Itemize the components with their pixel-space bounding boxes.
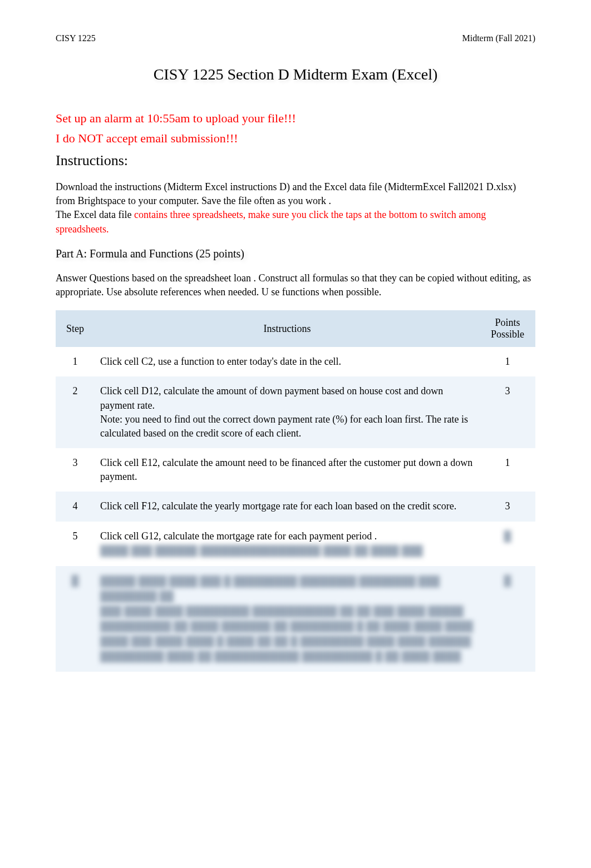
step-number-blurred: █: [56, 566, 95, 672]
table-row: 2 Click cell D12, calculate the amount o…: [56, 376, 535, 448]
step-points: 3: [480, 492, 535, 521]
step-instruction: Click cell C2, use a function to enter t…: [95, 347, 480, 376]
step-instruction: Click cell F12, calculate the yearly mor…: [95, 492, 480, 521]
instructions-heading: Instructions:: [56, 152, 535, 169]
header-step: Step: [56, 310, 95, 347]
intro-text-2a: The Excel data file: [56, 209, 134, 220]
blurred-text: ████ ███ ██████ █████████████████ ████ █…: [100, 545, 423, 556]
step-instruction-blurred: █████ ████ ████ ███ █ █████████ ████████…: [95, 566, 480, 672]
step-number: 5: [56, 522, 95, 566]
main-title: CISY 1225 Section D Midterm Exam (Excel): [56, 66, 535, 83]
step-instruction: Click cell E12, calculate the amount nee…: [95, 448, 480, 492]
intro-paragraph-1: Download the instructions (Midterm Excel…: [56, 180, 535, 236]
step-points: 1: [480, 347, 535, 376]
table-row-blurred: █ █████ ████ ████ ███ █ █████████ ██████…: [56, 566, 535, 672]
step-number: 2: [56, 376, 95, 448]
step-instruction: Click cell G12, calculate the mortgage r…: [95, 522, 480, 566]
table-row: 4 Click cell F12, calculate the yearly m…: [56, 492, 535, 521]
table-row: 5 Click cell G12, calculate the mortgage…: [56, 522, 535, 566]
step-points-blurred: █: [480, 522, 535, 566]
header-points: Points Possible: [480, 310, 535, 347]
step-number: 4: [56, 492, 95, 521]
instructions-table: Step Instructions Points Possible 1 Clic…: [56, 310, 535, 672]
step-points-blurred: █: [480, 566, 535, 672]
part-a-title: Part A: Formula and Functions (25 points…: [56, 247, 535, 260]
header-right: Midterm (Fall 2021): [462, 33, 535, 43]
step-number: 1: [56, 347, 95, 376]
page-header: CISY 1225 Midterm (Fall 2021): [56, 33, 535, 43]
step-points: 1: [480, 448, 535, 492]
table-row: 3 Click cell E12, calculate the amount n…: [56, 448, 535, 492]
header-instructions: Instructions: [95, 310, 480, 347]
step-instruction: Click cell D12, calculate the amount of …: [95, 376, 480, 448]
step-points: 3: [480, 376, 535, 448]
step-number: 3: [56, 448, 95, 492]
table-header-row: Step Instructions Points Possible: [56, 310, 535, 347]
table-row: 1 Click cell C2, use a function to enter…: [56, 347, 535, 376]
intro-text-1b: Save the file often as you work .: [201, 195, 331, 206]
header-left: CISY 1225: [56, 33, 96, 43]
warning-email: I do NOT accept email submission!!!: [56, 131, 535, 146]
answer-instructions: Answer Questions based on the spreadshee…: [56, 271, 535, 299]
visible-instruction-text: Click cell G12, calculate the mortgage r…: [100, 530, 377, 542]
warning-alarm: Set up an alarm at 10:55am to upload you…: [56, 111, 535, 126]
